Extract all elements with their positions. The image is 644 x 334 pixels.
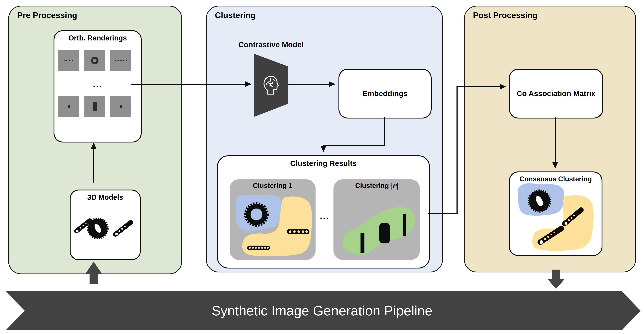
clustering-p-title: Clustering |P| (334, 182, 420, 190)
clustering-1-illustration (230, 179, 316, 260)
pre-processing-section: Pre Processing Orth. Renderings (8, 6, 182, 274)
clustering-1-text: Clustering 1 (253, 182, 292, 190)
rendering-thumbnail (84, 50, 105, 71)
embeddings-box: Embeddings (338, 69, 432, 118)
3d-models-illustration (70, 190, 140, 259)
contrastive-model-label: Contrastive Model (235, 40, 307, 49)
clustering-p-panel: Clustering |P| (334, 179, 420, 260)
clustering-p-illustration (334, 179, 420, 260)
clustering-label: Clustering (215, 10, 256, 20)
3d-models-box: 3D Models (70, 190, 141, 260)
part-block-icon (379, 223, 390, 243)
consensus-down-arrow (548, 270, 564, 289)
rendering-thumbnail (110, 50, 131, 71)
screw-side-icon (64, 59, 73, 62)
pipeline-banner (6, 291, 640, 330)
orth-renderings-box: Orth. Renderings (54, 30, 142, 142)
rendering-thumbnail (58, 50, 79, 71)
orth-renderings-title: Orth. Renderings (54, 34, 141, 42)
co-association-matrix-title: Co Association Matrix (517, 89, 596, 98)
consensus-clustering-title: Consensus Clustering (510, 175, 602, 183)
screw-3d-icon (112, 219, 134, 238)
renderings-ellipsis: ... (54, 80, 141, 88)
screw-chain-icon (287, 229, 310, 234)
part-bar-icon (402, 214, 406, 236)
clustering-results-box: Clustering Results (217, 155, 430, 269)
clustering-1-panel: Clustering 1 (230, 179, 316, 260)
clustering-p-text: Clustering (355, 182, 389, 190)
tire-3d-icon (88, 218, 108, 239)
rendering-thumbnail (58, 96, 79, 117)
screw-side-icon (114, 59, 127, 62)
embeddings-title: Embeddings (362, 89, 408, 98)
clustering-p-math: |P| (391, 182, 398, 190)
co-association-matrix-box: Co Association Matrix (509, 69, 603, 118)
rendering-thumbnail (110, 96, 131, 117)
bar-part-icon (93, 102, 97, 111)
post-processing-label: Post Processing (473, 10, 538, 20)
clustering-results-title: Clustering Results (218, 159, 429, 168)
small-part-icon (120, 105, 122, 108)
banner-label: Synthetic Image Generation Pipeline (212, 303, 432, 318)
ring-icon (91, 57, 98, 64)
rendering-thumbnail (84, 96, 105, 117)
screw-chain-icon (247, 246, 270, 250)
consensus-illustration (510, 172, 602, 255)
small-part-icon (68, 105, 70, 108)
clustering-1-title: Clustering 1 (230, 182, 316, 190)
results-ellipsis: ... (317, 212, 332, 220)
part-bar-icon (360, 233, 364, 253)
consensus-clustering-box: Consensus Clustering (509, 171, 602, 256)
pre-processing-label: Pre Processing (17, 10, 77, 20)
pipeline-diagram: Pre Processing Orth. Renderings (0, 0, 644, 334)
